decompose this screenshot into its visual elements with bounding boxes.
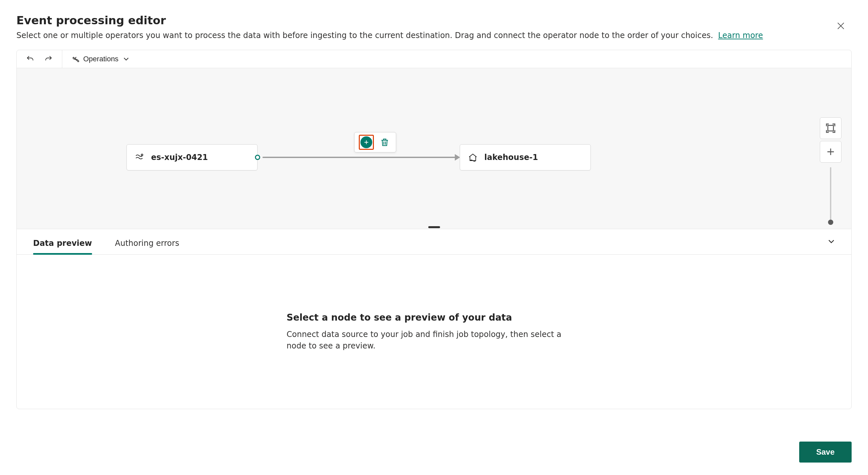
page-subtitle: Select one or multiple operators you wan… [17, 31, 851, 40]
panel-resize-handle[interactable] [428, 226, 440, 228]
source-node-label: es-xujx-0421 [151, 153, 208, 162]
wrench-icon [71, 55, 80, 63]
edge-toolbar [354, 132, 396, 152]
tab-authoring-errors[interactable]: Authoring errors [115, 232, 179, 255]
connection-edge[interactable] [262, 157, 458, 158]
svg-point-0 [141, 154, 143, 156]
destination-node[interactable]: lakehouse-1 [460, 144, 591, 171]
delete-edge-button[interactable] [378, 137, 392, 148]
chevron-down-icon [826, 236, 836, 246]
zoom-slider-thumb[interactable] [828, 220, 833, 225]
chevron-down-icon [122, 55, 130, 63]
toolbar: Operations [17, 50, 851, 68]
stream-icon [135, 152, 145, 162]
undo-button[interactable] [24, 50, 36, 68]
preview-body: Select a node to see a preview of your d… [17, 255, 851, 409]
plus-icon [825, 146, 836, 157]
preview-tabstrip: Data preview Authoring errors [17, 229, 851, 255]
zoom-fit-button[interactable] [820, 117, 841, 139]
destination-node-label: lakehouse-1 [484, 153, 538, 162]
source-node[interactable]: es-xujx-0421 [126, 144, 257, 171]
add-operator-button[interactable] [361, 137, 372, 148]
history-segment [17, 50, 62, 68]
subtitle-text: Select one or multiple operators you wan… [17, 31, 713, 40]
output-port[interactable] [255, 155, 260, 160]
preview-panel: Data preview Authoring errors Select a n… [17, 229, 851, 409]
dialog-header: Event processing editor Select one or mu… [0, 0, 868, 50]
undo-icon [26, 55, 34, 63]
dialog-footer: Save [799, 442, 851, 463]
empty-state-subtitle: Connect data source to your job and fini… [287, 329, 582, 352]
operations-dropdown[interactable]: Operations [69, 50, 132, 68]
close-button[interactable] [833, 18, 848, 33]
plus-icon [363, 139, 370, 146]
add-operator-callout [359, 135, 374, 150]
arrowhead-icon [455, 154, 460, 160]
tab-data-preview[interactable]: Data preview [33, 232, 92, 255]
learn-more-link[interactable]: Learn more [718, 31, 763, 40]
flow-canvas[interactable]: es-xujx-0421 lakehouse-1 [17, 68, 851, 229]
svg-rect-1 [828, 125, 834, 131]
redo-button[interactable] [42, 50, 55, 68]
empty-state: Select a node to see a preview of your d… [287, 312, 582, 352]
redo-icon [44, 55, 53, 63]
zoom-controls [820, 117, 841, 223]
operations-segment: Operations [62, 50, 140, 68]
close-icon [836, 21, 845, 30]
zoom-in-button[interactable] [820, 141, 841, 162]
zoom-slider[interactable] [830, 167, 831, 223]
page-title: Event processing editor [17, 14, 851, 27]
trash-icon [380, 137, 390, 147]
fit-screen-icon [825, 123, 836, 134]
lakehouse-icon [468, 152, 478, 162]
operations-label: Operations [83, 55, 119, 63]
collapse-panel-button[interactable] [825, 236, 838, 247]
save-button[interactable]: Save [799, 442, 851, 463]
empty-state-title: Select a node to see a preview of your d… [287, 312, 582, 323]
